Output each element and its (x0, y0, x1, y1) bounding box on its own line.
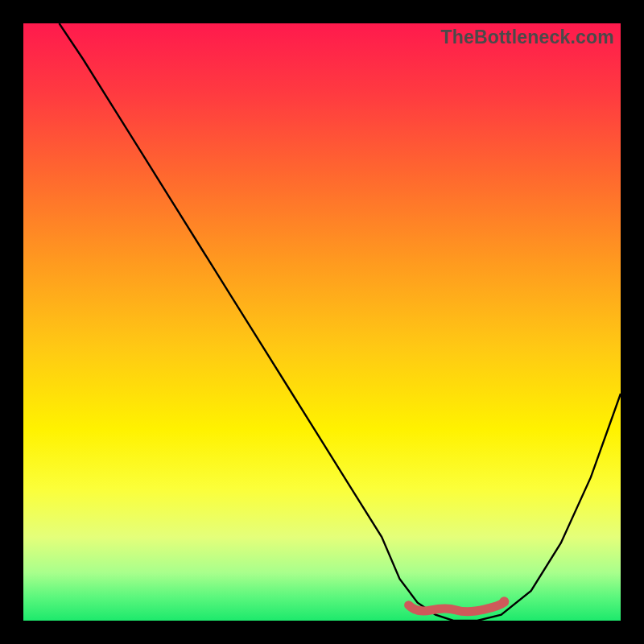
chart-frame: TheBottleneck.com (0, 0, 644, 644)
bottleneck-curve (60, 23, 621, 621)
chart-plot-area: TheBottleneck.com (23, 23, 621, 621)
marker-band (409, 602, 505, 611)
watermark-label: TheBottleneck.com (440, 27, 614, 48)
marker-dot-right (499, 597, 509, 606)
chart-svg (23, 23, 621, 621)
